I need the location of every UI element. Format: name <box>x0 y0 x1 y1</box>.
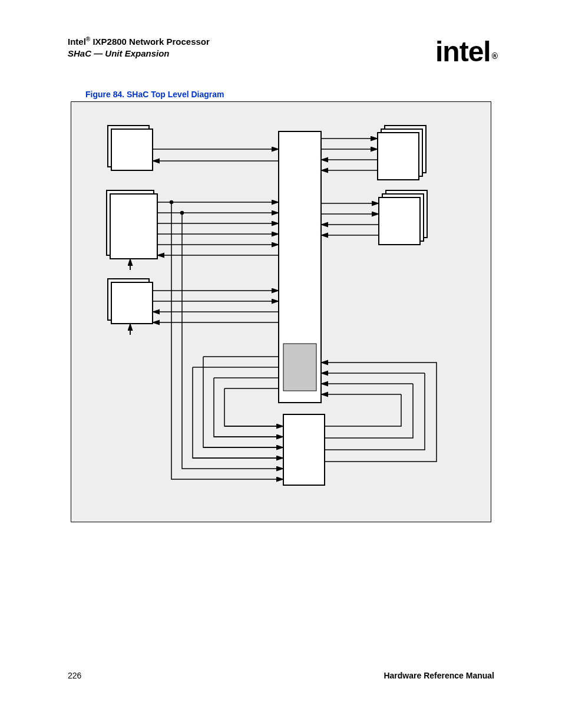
diagram-svg <box>71 102 491 522</box>
svg-rect-13 <box>379 197 420 245</box>
block-left-bot <box>108 279 153 324</box>
svg-rect-5 <box>110 194 157 259</box>
subtitle: SHaC — Unit Expansion <box>68 48 170 58</box>
svg-rect-3 <box>111 129 153 170</box>
manual-title: Hardware Reference Manual <box>384 671 494 680</box>
svg-rect-1 <box>283 344 316 391</box>
svg-rect-10 <box>378 133 419 180</box>
intel-logo: intel® <box>435 35 497 68</box>
brand: Intel <box>68 37 86 47</box>
figure-caption: Figure 84. SHaC Top Level Diagram <box>85 90 224 99</box>
block-left-mid <box>107 190 157 259</box>
logo-reg: ® <box>492 51 497 61</box>
block-bottom <box>283 414 325 485</box>
product-name: IXP2800 Network Processor <box>92 37 209 47</box>
block-right-mid <box>379 190 427 245</box>
svg-rect-14 <box>283 414 325 485</box>
block-left-top <box>108 126 153 170</box>
page-number: 226 <box>68 671 81 680</box>
block-center-gray <box>283 344 316 391</box>
svg-rect-7 <box>111 282 153 324</box>
block-right-top <box>378 126 426 180</box>
reg-mark: ® <box>86 36 90 42</box>
logo-text: intel <box>435 36 491 67</box>
diagram-frame <box>71 101 491 522</box>
header-left: Intel® IXP2800 Network Processor SHaC — … <box>68 35 210 60</box>
